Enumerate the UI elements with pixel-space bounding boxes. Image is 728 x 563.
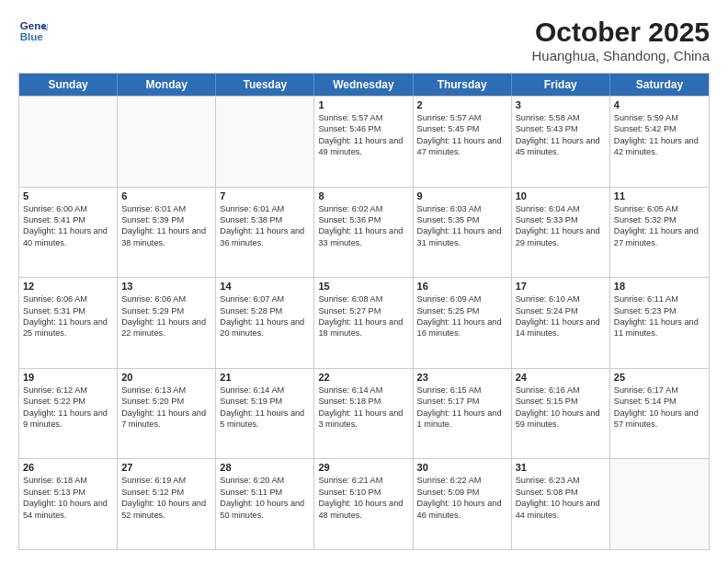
cal-cell-4-4: 22Sunrise: 6:14 AM Sunset: 5:18 PM Dayli… (314, 369, 413, 459)
cell-info: Sunrise: 6:12 AM Sunset: 5:22 PM Dayligh… (23, 385, 113, 431)
cal-cell-3-6: 17Sunrise: 6:10 AM Sunset: 5:24 PM Dayli… (512, 278, 610, 368)
svg-text:Blue: Blue (20, 31, 44, 42)
header-cell-sunday: Sunday (19, 74, 118, 96)
cal-cell-4-6: 24Sunrise: 6:16 AM Sunset: 5:15 PM Dayli… (512, 369, 610, 459)
cell-info: Sunrise: 6:10 AM Sunset: 5:24 PM Dayligh… (516, 293, 606, 339)
cell-info: Sunrise: 6:13 AM Sunset: 5:20 PM Dayligh… (121, 385, 211, 431)
header: General Blue October 2025 Huanghua, Shan… (18, 17, 710, 63)
calendar-body: 1Sunrise: 5:57 AM Sunset: 5:46 PM Daylig… (19, 96, 709, 549)
cal-cell-5-6: 31Sunrise: 6:23 AM Sunset: 5:08 PM Dayli… (512, 459, 610, 549)
day-number: 27 (121, 462, 211, 473)
title-block: October 2025 Huanghua, Shandong, China (532, 17, 711, 63)
header-cell-thursday: Thursday (414, 74, 512, 96)
day-number: 11 (614, 190, 705, 201)
cal-cell-3-5: 16Sunrise: 6:09 AM Sunset: 5:25 PM Dayli… (414, 278, 512, 368)
calendar-header: SundayMondayTuesdayWednesdayThursdayFrid… (19, 74, 709, 96)
cell-info: Sunrise: 6:03 AM Sunset: 5:35 PM Dayligh… (417, 203, 507, 249)
day-number: 9 (417, 190, 507, 201)
day-number: 4 (614, 99, 705, 110)
day-number: 3 (516, 99, 606, 110)
cell-info: Sunrise: 6:14 AM Sunset: 5:18 PM Dayligh… (318, 385, 408, 431)
cell-info: Sunrise: 6:06 AM Sunset: 5:29 PM Dayligh… (121, 293, 211, 339)
header-cell-tuesday: Tuesday (216, 74, 314, 96)
logo-icon: General Blue (18, 17, 48, 46)
header-cell-monday: Monday (118, 74, 216, 96)
cal-cell-4-7: 25Sunrise: 6:17 AM Sunset: 5:14 PM Dayli… (610, 369, 709, 459)
cal-cell-3-4: 15Sunrise: 6:08 AM Sunset: 5:27 PM Dayli… (314, 278, 413, 368)
cell-info: Sunrise: 6:08 AM Sunset: 5:27 PM Dayligh… (318, 293, 408, 339)
week-row-2: 5Sunrise: 6:00 AM Sunset: 5:41 PM Daylig… (19, 187, 709, 278)
cal-cell-3-1: 12Sunrise: 6:06 AM Sunset: 5:31 PM Dayli… (19, 278, 118, 368)
cell-info: Sunrise: 6:20 AM Sunset: 5:11 PM Dayligh… (220, 475, 310, 521)
cal-cell-4-2: 20Sunrise: 6:13 AM Sunset: 5:20 PM Dayli… (118, 369, 216, 459)
day-number: 2 (417, 99, 507, 110)
day-number: 1 (318, 99, 408, 110)
day-number: 17 (516, 281, 606, 292)
week-row-1: 1Sunrise: 5:57 AM Sunset: 5:46 PM Daylig… (19, 96, 709, 187)
day-number: 30 (417, 462, 507, 473)
week-row-4: 19Sunrise: 6:12 AM Sunset: 5:22 PM Dayli… (19, 368, 709, 459)
cell-info: Sunrise: 6:15 AM Sunset: 5:17 PM Dayligh… (417, 385, 507, 431)
day-number: 6 (121, 190, 211, 201)
cal-cell-1-3 (216, 97, 314, 187)
cal-cell-5-7 (610, 459, 709, 549)
header-cell-wednesday: Wednesday (314, 74, 413, 96)
day-number: 19 (23, 372, 113, 383)
cell-info: Sunrise: 6:23 AM Sunset: 5:08 PM Dayligh… (516, 475, 606, 521)
header-cell-friday: Friday (512, 74, 610, 96)
cal-cell-2-5: 9Sunrise: 6:03 AM Sunset: 5:35 PM Daylig… (414, 188, 512, 278)
day-number: 13 (121, 281, 211, 292)
day-number: 14 (220, 281, 310, 292)
cal-cell-2-4: 8Sunrise: 6:02 AM Sunset: 5:36 PM Daylig… (314, 188, 413, 278)
day-number: 29 (318, 462, 408, 473)
cal-cell-5-3: 28Sunrise: 6:20 AM Sunset: 5:11 PM Dayli… (216, 459, 314, 549)
cell-info: Sunrise: 6:05 AM Sunset: 5:32 PM Dayligh… (614, 203, 705, 249)
cal-cell-1-5: 2Sunrise: 5:57 AM Sunset: 5:45 PM Daylig… (414, 97, 512, 187)
cell-info: Sunrise: 5:57 AM Sunset: 5:45 PM Dayligh… (417, 112, 507, 158)
cell-info: Sunrise: 6:09 AM Sunset: 5:25 PM Dayligh… (417, 293, 507, 339)
cell-info: Sunrise: 6:02 AM Sunset: 5:36 PM Dayligh… (318, 203, 408, 249)
cell-info: Sunrise: 6:01 AM Sunset: 5:38 PM Dayligh… (220, 203, 310, 249)
month-title: October 2025 (532, 17, 711, 48)
cell-info: Sunrise: 6:00 AM Sunset: 5:41 PM Dayligh… (23, 203, 113, 249)
cell-info: Sunrise: 6:16 AM Sunset: 5:15 PM Dayligh… (516, 385, 606, 431)
cell-info: Sunrise: 6:01 AM Sunset: 5:39 PM Dayligh… (121, 203, 211, 249)
cal-cell-2-2: 6Sunrise: 6:01 AM Sunset: 5:39 PM Daylig… (118, 188, 216, 278)
cell-info: Sunrise: 6:19 AM Sunset: 5:12 PM Dayligh… (121, 475, 211, 521)
day-number: 26 (23, 462, 113, 473)
cal-cell-1-4: 1Sunrise: 5:57 AM Sunset: 5:46 PM Daylig… (314, 97, 413, 187)
cal-cell-5-5: 30Sunrise: 6:22 AM Sunset: 5:09 PM Dayli… (414, 459, 512, 549)
calendar: SundayMondayTuesdayWednesdayThursdayFrid… (18, 73, 710, 550)
cell-info: Sunrise: 6:18 AM Sunset: 5:13 PM Dayligh… (23, 475, 113, 521)
cal-cell-1-7: 4Sunrise: 5:59 AM Sunset: 5:42 PM Daylig… (610, 97, 709, 187)
logo: General Blue (18, 17, 48, 46)
day-number: 31 (516, 462, 606, 473)
cal-cell-1-1 (19, 97, 118, 187)
day-number: 28 (220, 462, 310, 473)
day-number: 8 (318, 190, 408, 201)
week-row-3: 12Sunrise: 6:06 AM Sunset: 5:31 PM Dayli… (19, 277, 709, 368)
day-number: 15 (318, 281, 408, 292)
page: General Blue October 2025 Huanghua, Shan… (0, 0, 728, 563)
day-number: 18 (614, 281, 705, 292)
cal-cell-4-5: 23Sunrise: 6:15 AM Sunset: 5:17 PM Dayli… (414, 369, 512, 459)
header-cell-saturday: Saturday (610, 74, 709, 96)
cell-info: Sunrise: 6:04 AM Sunset: 5:33 PM Dayligh… (516, 203, 606, 249)
day-number: 7 (220, 190, 310, 201)
cal-cell-5-4: 29Sunrise: 6:21 AM Sunset: 5:10 PM Dayli… (314, 459, 413, 549)
day-number: 23 (417, 372, 507, 383)
cal-cell-2-3: 7Sunrise: 6:01 AM Sunset: 5:38 PM Daylig… (216, 188, 314, 278)
cell-info: Sunrise: 5:58 AM Sunset: 5:43 PM Dayligh… (516, 112, 606, 158)
day-number: 12 (23, 281, 113, 292)
cal-cell-1-6: 3Sunrise: 5:58 AM Sunset: 5:43 PM Daylig… (512, 97, 610, 187)
cal-cell-5-2: 27Sunrise: 6:19 AM Sunset: 5:12 PM Dayli… (118, 459, 216, 549)
cal-cell-2-7: 11Sunrise: 6:05 AM Sunset: 5:32 PM Dayli… (610, 188, 709, 278)
cell-info: Sunrise: 6:14 AM Sunset: 5:19 PM Dayligh… (220, 385, 310, 431)
cell-info: Sunrise: 5:59 AM Sunset: 5:42 PM Dayligh… (614, 112, 705, 158)
cell-info: Sunrise: 6:22 AM Sunset: 5:09 PM Dayligh… (417, 475, 507, 521)
day-number: 16 (417, 281, 507, 292)
location-subtitle: Huanghua, Shandong, China (532, 48, 711, 63)
day-number: 22 (318, 372, 408, 383)
day-number: 24 (516, 372, 606, 383)
day-number: 5 (23, 190, 113, 201)
